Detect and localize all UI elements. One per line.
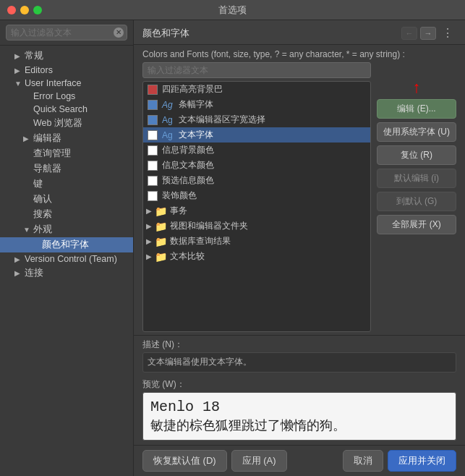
tree-arrow-version-control: ▶	[14, 255, 22, 263]
sidebar-item-label-confirm: 确认	[33, 193, 52, 205]
sidebar-tree: ▶常规▶Editors▼User InterfaceError LogsQuic…	[0, 46, 133, 476]
color-list-item-8[interactable]: ▶📁事务	[143, 203, 370, 218]
sidebar-item-connect[interactable]: ▶连接	[0, 265, 133, 281]
minimize-button[interactable]	[20, 6, 29, 14]
nav-more-button[interactable]: ⋮	[439, 26, 456, 40]
color-label-1: 条幅字体	[179, 98, 213, 111]
color-list-item-11[interactable]: ▶📁文本比较	[143, 249, 370, 264]
action-use-system-button[interactable]: 使用系统字体 (U)	[377, 122, 456, 142]
tree-arrow-user-interface: ▼	[14, 80, 22, 88]
sidebar-item-label-colors-fonts: 颜色和字体	[42, 239, 89, 251]
checkbox-swatch-6	[148, 176, 158, 186]
action-reset-button[interactable]: 复位 (R)	[377, 145, 456, 165]
sidebar-item-label-connect: 连接	[25, 267, 43, 279]
action-go-default-button: 到默认 (G)	[377, 192, 456, 211]
color-list-item-5[interactable]: 信息文本颜色	[143, 158, 370, 173]
color-list-item-6[interactable]: 预选信息颜色	[143, 173, 370, 188]
group-label-8: 事务	[170, 205, 187, 217]
sidebar-item-editors[interactable]: ▶Editors	[0, 64, 133, 77]
sidebar-item-label-keys: 键	[33, 178, 43, 190]
sidebar-item-keys[interactable]: 键	[0, 177, 133, 192]
folder-icon-10: 📁	[155, 236, 167, 247]
sidebar-item-label-navigator: 导航器	[33, 163, 61, 175]
sidebar-item-label-editor-group: 编辑器	[33, 132, 61, 145]
sidebar-item-changgui[interactable]: ▶常规	[0, 48, 133, 64]
button-panel: ↑编辑 (E)...使用系统字体 (U)复位 (R)默认编辑 (i)到默认 (G…	[377, 62, 456, 332]
sidebar-item-label-version-control: Version Control (Team)	[25, 254, 117, 264]
color-list-item-10[interactable]: ▶📁数据库查询结果	[143, 234, 370, 249]
sidebar-clear-button[interactable]: ✕	[114, 27, 124, 38]
content-header: 颜色和字体 ← → ⋮	[134, 20, 465, 45]
color-label-7: 装饰颜色	[162, 190, 197, 202]
color-label-0: 四距高亮背景巴	[162, 83, 223, 95]
sidebar-item-confirm[interactable]: 确认	[0, 192, 133, 207]
tree-arrow-changgui: ▶	[14, 52, 22, 60]
colors-list-panel: 四距高亮背景巴Ag条幅字体Ag文本编辑器区字宽选择Ag文本字体信息背景颜色信息文…	[142, 62, 371, 332]
action-default-edit-button: 默认编辑 (i)	[377, 169, 456, 188]
color-label-5: 信息文本颜色	[162, 159, 214, 171]
sidebar-item-appearance[interactable]: ▼外观	[0, 222, 133, 237]
sidebar-item-label-quick-search: Quick Search	[33, 104, 88, 114]
restore-defaults-button[interactable]: 恢复默认值 (D)	[142, 450, 227, 472]
apply-button[interactable]: 应用 (A)	[231, 450, 287, 472]
sidebar-item-label-error-logs: Error Logs	[33, 91, 75, 101]
color-label-4: 信息背景颜色	[162, 144, 214, 156]
sidebar-item-error-logs[interactable]: Error Logs	[0, 90, 133, 103]
sidebar-item-navigator[interactable]: 导航器	[0, 161, 133, 177]
sidebar-item-query-mgmt[interactable]: 查询管理	[0, 146, 133, 161]
preview-label: 预览 (W)：	[142, 378, 456, 391]
preview-line2: 敏捷的棕色狐狸跳过了懒惰的狗。	[150, 417, 448, 434]
sidebar-item-editor-group[interactable]: ▶编辑器	[0, 131, 133, 146]
tree-arrow-editor-group: ▶	[23, 135, 30, 143]
colors-list-scroll: 四距高亮背景巴Ag条幅字体Ag文本编辑器区字宽选择Ag文本字体信息背景颜色信息文…	[142, 81, 371, 332]
font-preview-3: Ag	[162, 130, 173, 140]
color-list-item-9[interactable]: ▶📁视图和编辑器文件夹	[143, 218, 370, 234]
color-list-item-0[interactable]: 四距高亮背景巴	[143, 82, 370, 97]
cancel-button[interactable]: 取消	[343, 450, 383, 472]
tree-arrow-connect: ▶	[14, 269, 22, 277]
font-preview-1: Ag	[162, 100, 173, 110]
expand-arrow-9: ▶	[146, 222, 152, 230]
action-expand-all-button[interactable]: 全部展开 (X)	[377, 215, 456, 234]
folder-icon-9: 📁	[155, 221, 167, 232]
sidebar-item-user-interface[interactable]: ▼User Interface	[0, 77, 133, 90]
color-swatch-0	[148, 85, 158, 95]
content-area: 颜色和字体 ← → ⋮ Colors and Fonts (font, size…	[134, 20, 465, 476]
color-list-item-3[interactable]: Ag文本字体	[143, 127, 370, 143]
sidebar-item-label-search: 搜索	[33, 208, 52, 221]
sidebar-item-search[interactable]: 搜索	[0, 207, 133, 222]
window-controls[interactable]	[7, 6, 42, 14]
description-label: 描述 (N)：	[142, 339, 456, 351]
colors-section: 四距高亮背景巴Ag条幅字体Ag文本编辑器区字宽选择Ag文本字体信息背景颜色信息文…	[134, 62, 465, 335]
sidebar-item-web-browser[interactable]: Web 浏览器	[0, 116, 133, 131]
red-arrow-indicator: ↑	[377, 78, 456, 97]
bottom-left-buttons: 恢复默认值 (D) 应用 (A)	[142, 450, 287, 472]
checkbox-swatch-7	[148, 191, 158, 201]
color-list-item-7[interactable]: 装饰颜色	[143, 188, 370, 203]
maximize-button[interactable]	[33, 6, 42, 14]
color-list-item-4[interactable]: 信息背景颜色	[143, 143, 370, 158]
nav-back-button[interactable]: ←	[401, 27, 417, 40]
nav-forward-button[interactable]: →	[420, 27, 436, 40]
group-label-10: 数据库查询结果	[170, 235, 231, 247]
font-preview-2: Ag	[162, 115, 173, 125]
apply-close-button[interactable]: 应用并关闭	[388, 450, 456, 472]
sidebar-item-colors-fonts[interactable]: 颜色和字体	[0, 237, 133, 252]
folder-icon-11: 📁	[155, 251, 167, 263]
close-button[interactable]	[7, 6, 16, 14]
sidebar-item-version-control[interactable]: ▶Version Control (Team)	[0, 252, 133, 265]
group-label-9: 视图和编辑器文件夹	[170, 220, 248, 232]
color-swatch-3	[148, 130, 158, 140]
checkbox-swatch-4	[148, 145, 158, 156]
colors-description: Colors and Fonts (font, size, type, ? = …	[134, 45, 465, 62]
action-edit-button[interactable]: 编辑 (E)...	[377, 99, 456, 119]
color-list-item-1[interactable]: Ag条幅字体	[143, 97, 370, 112]
sidebar-item-label-user-interface: User Interface	[25, 78, 82, 88]
sidebar-filter-input[interactable]	[6, 25, 127, 41]
preview-line1: Menlo 18	[150, 399, 448, 415]
color-label-3: 文本字体	[179, 129, 213, 141]
colors-filter-input[interactable]	[142, 62, 371, 78]
description-section: 描述 (N)： 文本编辑器使用文本字体。	[134, 335, 465, 375]
sidebar-item-quick-search[interactable]: Quick Search	[0, 103, 133, 116]
color-list-item-2[interactable]: Ag文本编辑器区字宽选择	[143, 112, 370, 127]
